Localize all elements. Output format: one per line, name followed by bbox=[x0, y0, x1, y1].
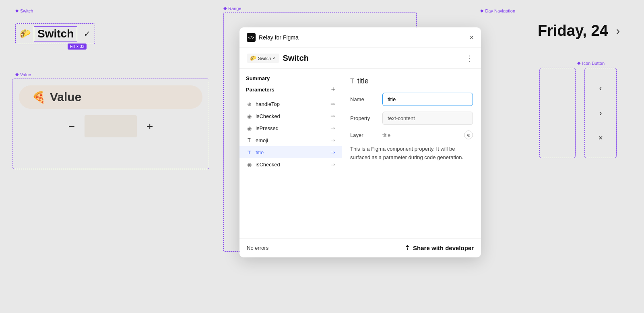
ischecked2-name: isChecked bbox=[256, 162, 280, 168]
value-text: Value bbox=[50, 90, 81, 104]
name-label: Name bbox=[350, 96, 382, 102]
prop-type-label: title bbox=[357, 77, 369, 85]
modal-header: </> Relay for Figma × bbox=[239, 27, 481, 48]
share-label: Share with developer bbox=[413, 245, 474, 251]
switch-title: Switch bbox=[34, 26, 77, 41]
thumb-label: Switch bbox=[258, 56, 271, 61]
ischecked1-arrow: ⇒ bbox=[330, 113, 335, 119]
diamond-icon-value: ◆ bbox=[15, 72, 19, 77]
ischecked1-icon: ◉ bbox=[246, 113, 252, 119]
switch-check: ✓ bbox=[84, 29, 91, 39]
layer-value-content: title ⊕ bbox=[382, 131, 473, 139]
modal-title: Relay for Figma bbox=[259, 34, 299, 41]
params-add-button[interactable]: + bbox=[331, 85, 335, 94]
icon-button-box: ‹ › × bbox=[584, 68, 617, 158]
title-icon: T bbox=[246, 149, 252, 155]
value-pill: 🍕 Value bbox=[19, 85, 202, 109]
emoji-arrow: ⇒ bbox=[330, 137, 335, 143]
ischecked1-name: isChecked bbox=[256, 113, 280, 119]
property-label: Property bbox=[350, 115, 382, 121]
modal-footer: No errors ⇡ Share with developer bbox=[239, 238, 481, 257]
param-item-handletop[interactable]: ⊕ handleTop ⇒ bbox=[239, 98, 342, 110]
prop-type-row: T title bbox=[350, 77, 473, 85]
thumb-check: ✓ bbox=[272, 56, 276, 61]
day-nav-date: Friday, 24 bbox=[538, 22, 608, 39]
name-input[interactable] bbox=[382, 93, 473, 106]
property-input[interactable] bbox=[382, 112, 473, 125]
value-component: 🍕 Value − + bbox=[12, 79, 209, 169]
left-panel: Summary Parameters + ⊕ handleTop ⇒ ◉ bbox=[239, 69, 342, 238]
value-slider-box bbox=[85, 115, 137, 137]
icon-btn-close[interactable]: × bbox=[598, 133, 603, 143]
minus-button[interactable]: − bbox=[68, 120, 75, 133]
day-nav-display: Friday, 24 › bbox=[538, 22, 620, 39]
share-icon: ⇡ bbox=[405, 244, 410, 252]
icon-btn-left[interactable]: ‹ bbox=[599, 83, 602, 93]
title-arrow: ⇒ bbox=[330, 149, 335, 155]
layer-value: title bbox=[382, 132, 390, 138]
range-label: ◆ Range bbox=[223, 6, 241, 11]
summary-section: Summary bbox=[239, 75, 342, 85]
switch-component: 🌮 Switch ✓ bbox=[15, 23, 95, 44]
param-item-ischecked1[interactable]: ◉ isChecked ⇒ bbox=[239, 110, 342, 122]
params-header: Parameters + bbox=[239, 85, 342, 98]
description-text: This is a Figma component property. It w… bbox=[350, 145, 473, 162]
relay-modal: </> Relay for Figma × 🌮 Switch ✓ Switch … bbox=[239, 27, 481, 257]
layer-label: Layer bbox=[350, 132, 382, 138]
property-field-row: Property bbox=[350, 112, 473, 125]
modal-component-row: 🌮 Switch ✓ Switch ⋮ bbox=[239, 48, 481, 69]
value-controls: − + bbox=[19, 115, 202, 137]
param-item-emoji[interactable]: T emoji ⇒ bbox=[239, 134, 342, 146]
diamond-icon-range: ◆ bbox=[223, 6, 227, 11]
name-field-row: Name bbox=[350, 93, 473, 106]
modal-close-button[interactable]: × bbox=[469, 34, 474, 41]
layer-target-icon[interactable]: ⊕ bbox=[464, 131, 473, 139]
no-errors-text: No errors bbox=[247, 245, 268, 251]
params-title: Parameters bbox=[246, 87, 275, 93]
taco-emoji: 🌮 bbox=[20, 29, 31, 39]
prop-type-icon: T bbox=[350, 78, 354, 85]
right-panel: T title Name Property Layer tit bbox=[342, 69, 481, 238]
param-item-ischecked2[interactable]: ◉ isChecked ⇒ bbox=[239, 158, 342, 170]
canvas: ◆ Switch 🌮 Switch ✓ Fill × 32 ◆ Value 🍕 … bbox=[0, 0, 644, 313]
param-item-ispressed[interactable]: ◉ isPressed ⇒ bbox=[239, 122, 342, 134]
day-nav-arrow[interactable]: › bbox=[616, 25, 620, 37]
modal-body: Summary Parameters + ⊕ handleTop ⇒ ◉ bbox=[239, 69, 481, 238]
modal-header-left: </> Relay for Figma bbox=[247, 33, 299, 42]
ispressed-name: isPressed bbox=[256, 125, 279, 131]
title-name: title bbox=[256, 149, 264, 155]
ispressed-icon: ◉ bbox=[246, 125, 252, 131]
emoji-icon: T bbox=[246, 137, 252, 143]
thumb-emoji: 🌮 bbox=[250, 55, 256, 61]
emoji-name: emoji bbox=[256, 137, 268, 143]
diamond-icon-btn: ◆ bbox=[577, 60, 580, 66]
ispressed-arrow: ⇒ bbox=[330, 125, 335, 131]
share-with-developer-button[interactable]: ⇡ Share with developer bbox=[405, 244, 474, 252]
nav-dashed-box bbox=[539, 68, 576, 158]
component-preview: 🌮 Switch ✓ Switch bbox=[247, 54, 309, 63]
diamond-icon: ◆ bbox=[15, 8, 19, 13]
plus-button[interactable]: + bbox=[147, 120, 153, 133]
relay-logo: </> bbox=[247, 33, 256, 42]
switch-component-label: ◆ Switch bbox=[15, 8, 33, 13]
handletop-name: handleTop bbox=[256, 101, 280, 107]
modal-more-button[interactable]: ⋮ bbox=[466, 54, 474, 63]
handletop-icon: ⊕ bbox=[246, 101, 252, 107]
handletop-arrow: ⇒ bbox=[330, 101, 335, 107]
day-nav-label: ◆ Day Navigation bbox=[480, 8, 515, 13]
diamond-icon-day: ◆ bbox=[480, 8, 483, 13]
icon-btn-right[interactable]: › bbox=[599, 108, 602, 118]
ischecked2-icon: ◉ bbox=[246, 162, 252, 168]
value-component-label: ◆ Value bbox=[15, 72, 31, 77]
param-item-title[interactable]: T title ⇒ bbox=[239, 146, 342, 158]
pizza-emoji: 🍕 bbox=[32, 91, 46, 104]
fill-badge: Fill × 32 bbox=[68, 44, 87, 50]
ischecked2-arrow: ⇒ bbox=[330, 161, 335, 168]
component-name: Switch bbox=[283, 54, 308, 63]
icon-btn-label: ◆ Icon Button bbox=[577, 60, 605, 66]
layer-field-row: Layer title ⊕ bbox=[350, 131, 473, 139]
component-thumbnail: 🌮 Switch ✓ bbox=[247, 54, 279, 63]
